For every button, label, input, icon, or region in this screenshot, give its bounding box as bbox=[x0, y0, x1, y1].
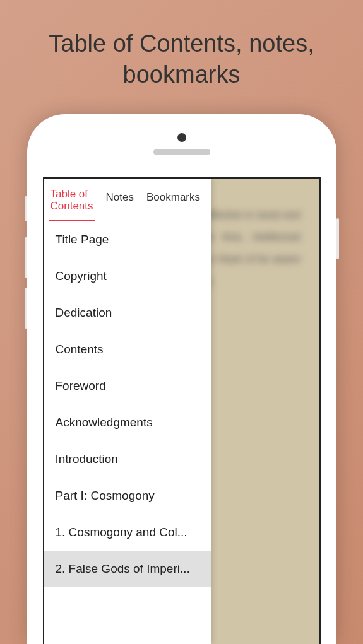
phone-mute-switch bbox=[25, 196, 27, 221]
promo-title: Table of Contents, notes, bookmarks bbox=[0, 28, 363, 91]
phone-frame: onrad tics, media, an collective effecti… bbox=[27, 114, 336, 644]
phone-power-button bbox=[336, 218, 339, 259]
phone-volume-up bbox=[25, 237, 27, 278]
toc-item[interactable]: Copyright bbox=[44, 258, 211, 295]
toc-item[interactable]: Introduction bbox=[44, 441, 211, 477]
toc-item[interactable]: Contents bbox=[44, 331, 211, 368]
phone-screen: onrad tics, media, an collective effecti… bbox=[43, 177, 321, 644]
navigation-panel: Table of Contents Notes Bookmarks Title … bbox=[44, 179, 211, 644]
toc-item[interactable]: 2. False Gods of Imperi... bbox=[44, 551, 211, 587]
tab-table-of-contents[interactable]: Table of Contents bbox=[44, 184, 100, 221]
toc-item[interactable]: Part I: Cosmogony bbox=[44, 477, 211, 514]
tab-bookmarks[interactable]: Bookmarks bbox=[140, 184, 206, 221]
tabs-bar: Table of Contents Notes Bookmarks bbox=[44, 179, 211, 221]
phone-volume-down bbox=[25, 288, 27, 329]
promo-title-line2: bookmarks bbox=[123, 61, 241, 88]
toc-item[interactable]: Dedication bbox=[44, 295, 211, 331]
toc-list[interactable]: Title PageCopyrightDedicationContentsFor… bbox=[44, 221, 211, 644]
promo-title-line1: Table of Contents, notes, bbox=[49, 30, 314, 57]
tab-notes[interactable]: Notes bbox=[100, 184, 140, 221]
toc-item[interactable]: Foreword bbox=[44, 368, 211, 404]
toc-item[interactable]: 1. Cosmogony and Col... bbox=[44, 514, 211, 551]
phone-camera bbox=[177, 133, 186, 142]
phone-speaker bbox=[153, 149, 210, 155]
toc-item[interactable]: Acknowledgments bbox=[44, 404, 211, 441]
toc-item[interactable]: Title Page bbox=[44, 221, 211, 258]
